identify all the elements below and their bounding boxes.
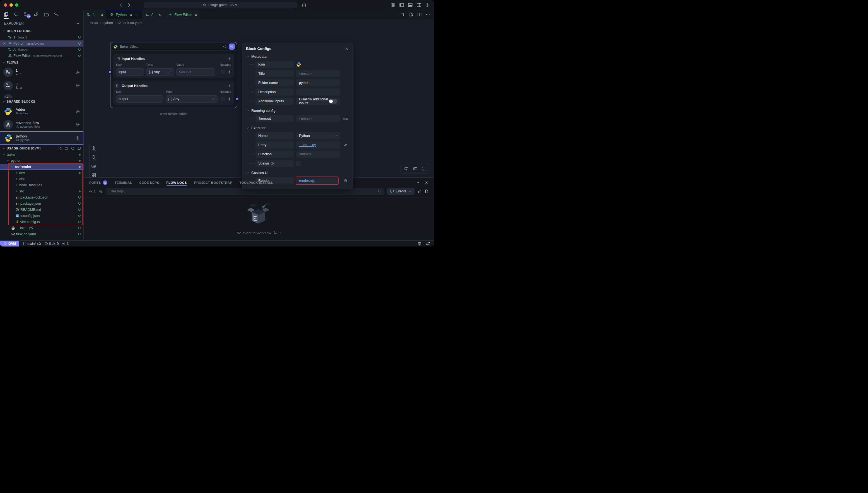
tree-item-dev[interactable]: dev: [0, 170, 83, 176]
output-nullable-checkbox[interactable]: [221, 97, 225, 101]
spawn-checkbox[interactable]: [296, 161, 301, 166]
problems-status[interactable]: 0 0: [44, 242, 59, 246]
shared-block-python[interactable]: python python: [0, 131, 83, 145]
close-tab-button[interactable]: [135, 13, 138, 17]
flow-canvas[interactable]: Enter title... Input Handles: [84, 26, 434, 177]
output-type-select[interactable]: {..} Any: [166, 95, 217, 103]
minimize-window-button[interactable]: [9, 3, 13, 7]
tree-item-python[interactable]: python: [0, 157, 83, 164]
tree-item-tasks[interactable]: tasks: [0, 151, 83, 157]
open-editor-python[interactable]: Python tasks/python U: [0, 40, 83, 47]
breadcrumb[interactable]: tasks› python› task.oo.yaml: [84, 19, 434, 26]
tree-item-vite.config.ts[interactable]: vite.config.tsU: [0, 219, 83, 225]
forward-button[interactable]: [127, 2, 132, 7]
activity-folder[interactable]: [43, 10, 50, 19]
tab-1[interactable]: 1 U: [84, 10, 107, 19]
flow-item-test[interactable]: test: [0, 92, 83, 98]
delete-render-button[interactable]: [344, 179, 347, 183]
refresh-explorer-button[interactable]: [71, 146, 75, 150]
block-settings-button[interactable]: [76, 109, 80, 113]
customize-layout-button[interactable]: [390, 2, 396, 7]
output-key-field[interactable]: output: [116, 95, 164, 103]
explorer-more-button[interactable]: [75, 21, 80, 26]
maximize-panel-button[interactable]: [416, 181, 420, 185]
panel-tab-ports[interactable]: PORTS1: [89, 178, 107, 188]
timeout-value-field[interactable]: <unset>: [296, 115, 340, 122]
tree-item-node_modules[interactable]: node_modules: [0, 182, 83, 188]
back-button[interactable]: [119, 2, 124, 7]
open-editor-flow-editor[interactable]: Flow Editor subflows/advanced-fl... U: [0, 53, 83, 59]
settings-button[interactable]: [425, 2, 430, 7]
close-block-configs-button[interactable]: [345, 47, 348, 51]
chevron-right-icon[interactable]: [251, 90, 254, 94]
close-icon[interactable]: [2, 42, 7, 45]
render-value-link[interactable]: render.mjs: [296, 177, 338, 184]
log-view-mode-button[interactable]: [99, 189, 103, 194]
shared-block-adder[interactable]: Adder adder: [0, 105, 83, 118]
input-type-select[interactable]: {..} Any: [146, 68, 174, 76]
assistant-status-button[interactable]: [417, 241, 422, 246]
add-output-handle-button[interactable]: [227, 84, 231, 88]
shared-block-advanced-flow[interactable]: advanced-flow advanced-flow: [0, 118, 83, 131]
node-title-input[interactable]: Enter title...: [120, 45, 139, 48]
open-editor-a[interactable]: A flows/a U: [0, 47, 83, 53]
title-value-field[interactable]: <unset>: [296, 70, 340, 77]
assistant-menu[interactable]: [301, 2, 311, 8]
activity-flows[interactable]: 43: [23, 10, 29, 19]
activity-explorer[interactable]: [3, 10, 9, 19]
tree-item-package.json[interactable]: {}package.jsonU: [0, 200, 83, 207]
tree-item-task.oo.yaml[interactable]: task.oo.yamlU: [0, 231, 83, 237]
auto-layout-button[interactable]: [91, 173, 96, 178]
activity-blocks[interactable]: [33, 10, 40, 19]
tree-item-dist[interactable]: dist: [0, 176, 83, 182]
edit-entry-button[interactable]: [344, 143, 347, 147]
panel-tab-code-deps[interactable]: CODE DEPS: [139, 178, 159, 188]
input-handle-settings-button[interactable]: [227, 70, 231, 74]
tree-item-src[interactable]: src: [0, 188, 83, 194]
clear-logs-button[interactable]: [417, 189, 422, 194]
zoom-in-button[interactable]: [91, 146, 96, 151]
remote-indicator[interactable]: OVM: [0, 241, 19, 246]
new-folder-button[interactable]: [64, 146, 68, 150]
collapse-folders-button[interactable]: [77, 146, 81, 150]
function-value-field[interactable]: <unset>: [296, 151, 340, 158]
python-block-node[interactable]: Enter title... Input Handles: [110, 42, 237, 108]
fullscreen-button[interactable]: [422, 167, 426, 171]
node-output-port[interactable]: [235, 97, 239, 101]
block-settings-button[interactable]: [75, 136, 80, 140]
zoom-out-button[interactable]: [91, 155, 96, 160]
input-value-field[interactable]: <unset>: [176, 68, 215, 76]
shared-blocks-header[interactable]: SHARED BLOCKS: [0, 98, 83, 105]
flow-item-s[interactable]: s a: [0, 79, 83, 92]
tree-item-oo-render[interactable]: oo-render: [0, 164, 83, 170]
git-branch-status[interactable]: main*: [23, 242, 41, 246]
panel-tab-terminal[interactable]: TERMINAL: [114, 178, 132, 188]
tab-flow-editor[interactable]: Flow Editor U: [165, 10, 201, 19]
output-handle-settings-button[interactable]: [227, 97, 231, 101]
ports-status[interactable]: 1: [62, 242, 69, 246]
executor-section-header[interactable]: Executor: [246, 126, 348, 130]
running-config-section-header[interactable]: Running config: [246, 108, 348, 113]
view-code-button[interactable]: [223, 45, 227, 48]
executor-name-select[interactable]: Python: [296, 132, 340, 140]
flow-settings-button[interactable]: [76, 70, 80, 74]
input-nullable-checkbox[interactable]: [221, 70, 225, 74]
node-input-port[interactable]: [108, 70, 112, 74]
tree-item-README.md[interactable]: README.mdU: [0, 207, 83, 213]
editor-more-button[interactable]: [426, 12, 430, 17]
panel-tab-toolpack-install[interactable]: TOOLPACK INSTALL: [239, 178, 273, 188]
toggle-sidebar-button[interactable]: [399, 2, 404, 7]
tree-item-__init__.py[interactable]: __init__.pyU: [0, 225, 83, 231]
add-input-handle-button[interactable]: [227, 57, 231, 61]
toggle-secondary-sidebar-button[interactable]: [417, 2, 421, 7]
minimap-button[interactable]: [413, 167, 418, 171]
events-filter-select[interactable]: Events: [387, 188, 415, 195]
toggle-panel-button[interactable]: [408, 2, 413, 7]
activity-search[interactable]: [13, 10, 20, 19]
activity-secrets[interactable]: [53, 10, 60, 19]
command-center-search[interactable]: usage-guide [OVM]: [144, 2, 297, 8]
add-description-button[interactable]: Add description: [110, 112, 237, 116]
flow-settings-button[interactable]: [76, 83, 80, 88]
node-settings-button[interactable]: [229, 43, 235, 50]
block-settings-button[interactable]: [76, 123, 80, 127]
